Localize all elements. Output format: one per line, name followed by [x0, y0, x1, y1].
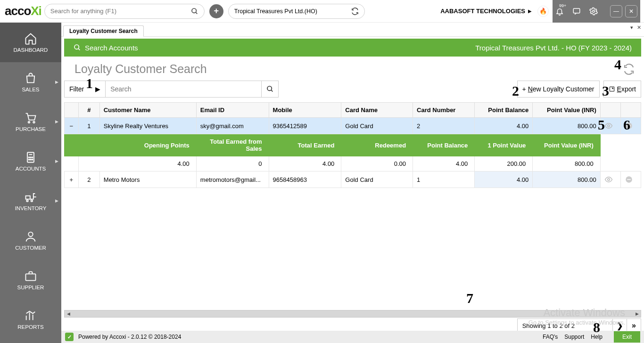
sidebar-item-label: ACCOUNTS: [16, 166, 46, 172]
chevron-right-icon: ▶: [528, 8, 532, 14]
expander-expand[interactable]: +: [65, 172, 79, 188]
search-icon[interactable]: [191, 8, 198, 15]
svg-point-30: [608, 179, 610, 181]
chevron-right-icon: ▶: [95, 85, 100, 93]
cell-total-earned: 4.00: [269, 156, 341, 172]
col-opening-points: Opening Points: [78, 134, 196, 156]
footer-help-link[interactable]: Help: [591, 334, 603, 340]
svg-point-10: [32, 157, 33, 158]
sidebar-item-supplier[interactable]: SUPPLIER: [0, 260, 61, 300]
svg-point-27: [608, 125, 610, 127]
col-point-balance[interactable]: Point Balance: [475, 103, 533, 118]
tab-loyalty-search[interactable]: Loyalty Customer Search: [63, 25, 144, 37]
bell-icon[interactable]: 99+: [555, 7, 566, 16]
export-button[interactable]: Export: [603, 81, 641, 98]
horizontal-scrollbar[interactable]: ◀ ▶: [64, 310, 641, 318]
col-card-number[interactable]: Card Number: [413, 103, 475, 118]
col-expander: [65, 103, 79, 118]
cell-email: metromotors@gmail...: [196, 172, 269, 188]
org-name[interactable]: AABASOFT TECHNOLOGIES: [440, 8, 525, 15]
view-icon[interactable]: [600, 172, 620, 188]
table-row[interactable]: − 1 Skyline Realty Ventures sky@gmail.co…: [65, 118, 641, 134]
fire-icon[interactable]: 🔥: [537, 6, 549, 17]
svg-point-3: [593, 10, 595, 12]
cell-card-number: 2: [413, 118, 475, 134]
grid-search-button[interactable]: [262, 81, 279, 98]
sidebar-item-reports[interactable]: REPORTS: [0, 300, 61, 339]
more-icon[interactable]: [620, 172, 641, 188]
global-search-input[interactable]: [50, 8, 191, 15]
col-email[interactable]: Email ID: [196, 103, 269, 118]
chat-icon[interactable]: [572, 7, 583, 16]
svg-point-5: [33, 122, 35, 123]
loyalty-table: # Customer Name Email ID Mobile Card Nam…: [64, 102, 641, 188]
table-header: # Customer Name Email ID Mobile Card Nam…: [65, 103, 641, 118]
company-selector[interactable]: Tropical Treasures Pvt Ltd.(HO): [228, 4, 365, 19]
toolbar: Filter ▶ + New Loyalty Customer Export: [61, 81, 644, 102]
sidebar-item-label: SALES: [22, 87, 39, 92]
footer-support-link[interactable]: Support: [564, 334, 584, 340]
chart-icon: [24, 309, 37, 322]
sidebar-item-accounts[interactable]: ACCOUNTS ▶: [0, 141, 61, 181]
svg-rect-29: [627, 125, 631, 126]
grid-wrap: # Customer Name Email ID Mobile Card Nam…: [61, 102, 644, 343]
cell-point-value-inr: 800.00: [533, 156, 601, 172]
home-icon: [24, 32, 37, 45]
scroll-left-icon[interactable]: ◀: [65, 311, 72, 316]
add-button[interactable]: +: [209, 4, 223, 18]
sync-icon[interactable]: [351, 8, 359, 15]
plus-icon: +: [522, 85, 526, 93]
cell-card-number: 1: [413, 172, 475, 188]
topbar: accoXi + Tropical Treasures Pvt Ltd.(HO)…: [0, 0, 644, 23]
page-header: Loyalty Customer Search: [61, 57, 644, 81]
tab-strip: Loyalty Customer Search ▾ ✕: [61, 23, 644, 37]
sidebar-item-label: DASHBOARD: [14, 47, 48, 53]
more-icon[interactable]: [620, 118, 641, 134]
topright-controls: 99+ — ✕: [553, 0, 640, 23]
sidebar-item-dashboard[interactable]: DASHBOARD: [0, 23, 61, 62]
col-point-value[interactable]: Point Value (INR): [533, 103, 601, 118]
tab-close-icon[interactable]: ✕: [637, 24, 641, 31]
col-mobile[interactable]: Mobile: [269, 103, 341, 118]
svg-line-1: [196, 12, 197, 14]
minimize-button[interactable]: —: [610, 5, 622, 17]
sidebar-item-inventory[interactable]: INVENTORY ▶: [0, 181, 61, 220]
sidebar-item-label: REPORTS: [17, 324, 43, 330]
svg-point-8: [29, 157, 30, 158]
export-icon: [609, 86, 615, 92]
svg-rect-26: [610, 87, 614, 91]
close-button[interactable]: ✕: [625, 5, 637, 17]
col-index[interactable]: #: [78, 103, 99, 118]
forklift-icon: [24, 190, 37, 204]
global-search[interactable]: [44, 4, 205, 19]
sidebar-item-customer[interactable]: CUSTOMER: [0, 220, 61, 260]
svg-point-9: [30, 157, 31, 158]
filter-label: Filter: [69, 85, 84, 93]
view-icon[interactable]: [600, 118, 620, 134]
gear-icon[interactable]: [589, 7, 600, 16]
svg-point-12: [30, 159, 31, 160]
new-loyalty-customer-button[interactable]: + New Loyalty Customer: [517, 81, 600, 98]
col-customer-name[interactable]: Customer Name: [99, 103, 196, 118]
refresh-icon[interactable]: [623, 64, 635, 75]
footer-faq-link[interactable]: FAQ's: [543, 334, 558, 340]
grid-search-input[interactable]: [106, 81, 261, 97]
sidebar-item-label: CUSTOMER: [15, 245, 46, 251]
svg-rect-2: [573, 8, 580, 13]
calculator-icon: [24, 151, 37, 164]
sidebar-item-purchase[interactable]: PURCHASE ▶: [0, 102, 61, 141]
col-card-name[interactable]: Card Name: [341, 103, 413, 118]
scroll-right-icon[interactable]: ▶: [633, 311, 641, 316]
exit-button[interactable]: Exit: [614, 331, 640, 343]
filter-button[interactable]: Filter ▶: [64, 81, 106, 98]
cell-redeemed: 0.00: [341, 156, 413, 172]
cart-icon: [24, 111, 37, 124]
chevron-right-icon: ▶: [55, 119, 58, 124]
expander-collapse[interactable]: −: [65, 118, 79, 134]
sidebar-item-sales[interactable]: SALES ▶: [0, 62, 61, 102]
cell-opening-points: 4.00: [78, 156, 196, 172]
context-title: Search Accounts: [85, 44, 138, 52]
detail-header: Opening Points Total Earned from Sales T…: [65, 134, 641, 156]
tab-menu-icon[interactable]: ▾: [630, 24, 633, 31]
table-row[interactable]: + 2 Metro Motors metromotors@gmail... 96…: [65, 172, 641, 188]
